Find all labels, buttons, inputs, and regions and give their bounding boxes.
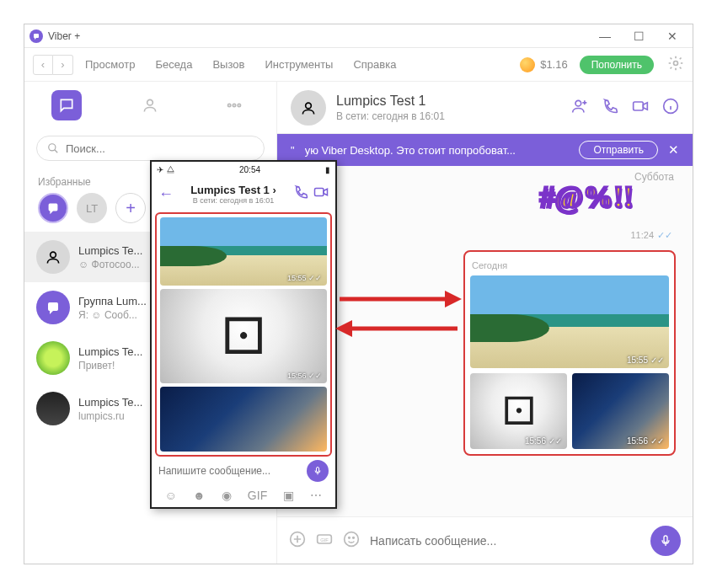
- phone-header-info: Lumpics Test 1 › В сети: сегодня в 16:01: [179, 184, 288, 205]
- maximize-button[interactable]: ☐: [630, 29, 647, 43]
- message-area[interactable]: Суббота #@%!! 11:24✓✓ Сегодня 15:55✓✓ 15…: [277, 166, 693, 516]
- menubar: ‹ › Просмотр Беседа Вызов Инструменты Сп…: [24, 48, 693, 82]
- message-input[interactable]: [370, 534, 640, 548]
- video-icon[interactable]: [632, 98, 649, 118]
- gallery-day-label: Сегодня: [472, 260, 667, 270]
- phone-image-beach[interactable]: 15:55 ✓✓: [160, 217, 327, 286]
- phone-emoji-icon[interactable]: ☻: [193, 489, 206, 502]
- phone-video-icon[interactable]: [313, 184, 329, 203]
- svg-point-1: [147, 99, 153, 105]
- gallery-image-beach[interactable]: 15:55✓✓: [470, 275, 669, 368]
- avatar: [36, 291, 70, 324]
- promo-close-button[interactable]: ✕: [668, 142, 679, 158]
- nav-back-button[interactable]: ‹: [33, 55, 53, 75]
- battery-icon: ▮: [325, 165, 330, 174]
- phone-mic-button[interactable]: [307, 460, 329, 482]
- chat-header: Lumpics Test 1 В сети: сегодня в 16:01: [277, 82, 693, 134]
- phone-statusbar: ✈⧋ 20:54 ▮: [152, 162, 335, 177]
- svg-text:GIF: GIF: [320, 537, 329, 542]
- viber-logo-icon: [29, 29, 43, 43]
- avatar: [36, 240, 70, 274]
- call-icon[interactable]: [602, 98, 618, 118]
- phone-image-tech[interactable]: [160, 387, 327, 452]
- gallery-image-dice[interactable]: 15:56✓✓: [470, 373, 567, 449]
- search-box[interactable]: [36, 136, 265, 161]
- phone-header: ← Lumpics Test 1 › В сети: сегодня в 16:…: [152, 177, 335, 211]
- tab-contacts[interactable]: [135, 90, 165, 120]
- image-time: 15:55 ✓✓: [287, 274, 322, 282]
- info-icon[interactable]: [662, 98, 679, 118]
- day-label: Суббота: [634, 171, 674, 183]
- svg-rect-19: [317, 468, 319, 473]
- avatar: [36, 392, 70, 425]
- menu-tools[interactable]: Инструменты: [256, 55, 341, 74]
- balance-amount: $1.16: [540, 58, 568, 71]
- phone-gif-icon[interactable]: GIF: [248, 489, 267, 502]
- coin-icon: [520, 57, 535, 72]
- svg-rect-18: [315, 189, 324, 196]
- favorite-lt[interactable]: LT: [77, 193, 107, 223]
- phone-back-button[interactable]: ←: [158, 185, 174, 203]
- chevron-icon: ›: [272, 184, 276, 196]
- image-gallery: Сегодня 15:55✓✓ 15:56✓✓ 15:56✓✓: [463, 250, 676, 456]
- image-time: 15:56✓✓: [525, 436, 562, 446]
- topup-button[interactable]: Пополнить: [580, 56, 654, 74]
- phone-image-dice[interactable]: 15:56 ✓✓: [160, 289, 327, 382]
- read-ticks-icon: ✓✓: [650, 355, 664, 365]
- svg-rect-9: [634, 102, 644, 110]
- minimize-button[interactable]: —: [597, 29, 613, 43]
- tab-more[interactable]: [219, 90, 249, 120]
- promo-send-button[interactable]: Отправить: [579, 141, 658, 159]
- sticker: #@%!!: [540, 179, 634, 215]
- chat-actions: [571, 98, 679, 118]
- image-time: 15:55✓✓: [627, 355, 664, 365]
- menu-view[interactable]: Просмотр: [77, 55, 143, 74]
- favorite-viber[interactable]: [38, 193, 68, 223]
- svg-point-6: [51, 252, 56, 258]
- chat-avatar[interactable]: [291, 90, 326, 126]
- phone-chat-name: Lumpics Test 1 ›: [179, 184, 288, 196]
- emoji-icon[interactable]: [343, 531, 360, 551]
- read-ticks-icon: ✓✓: [657, 230, 672, 240]
- menu-call[interactable]: Вызов: [204, 55, 253, 74]
- phone-clock: 20:54: [239, 165, 260, 174]
- nav-forward-button[interactable]: ›: [53, 55, 73, 75]
- window-title: Viber +: [48, 30, 80, 42]
- phone-chat-status: В сети: сегодня в 16:01: [179, 196, 288, 205]
- read-ticks-icon: ✓✓: [308, 372, 322, 380]
- titlebar: Viber + — ☐ ✕: [24, 24, 693, 48]
- tab-chats[interactable]: [51, 90, 82, 120]
- chat-status: В сети: сегодня в 16:01: [336, 110, 445, 122]
- phone-message-input[interactable]: [158, 465, 300, 477]
- favorite-add[interactable]: +: [115, 193, 146, 223]
- phone-composer: [152, 458, 335, 484]
- search-icon: [47, 142, 59, 154]
- phone-camera-icon[interactable]: ◉: [222, 489, 232, 502]
- add-contact-icon[interactable]: [571, 98, 588, 118]
- chat-title: Lumpics Test 1: [336, 94, 445, 109]
- svg-point-16: [353, 537, 355, 538]
- menu-chat[interactable]: Беседа: [147, 55, 201, 74]
- search-input[interactable]: [66, 142, 254, 155]
- phone-sticker-icon[interactable]: ☺: [165, 489, 177, 502]
- sticker-time: 11:24✓✓: [630, 230, 672, 241]
- svg-point-7: [306, 103, 312, 109]
- svg-point-5: [49, 144, 56, 151]
- phone-image-icon[interactable]: ▣: [283, 489, 294, 502]
- add-icon[interactable]: [289, 531, 306, 551]
- window-controls: — ☐ ✕: [597, 29, 688, 43]
- read-ticks-icon: ✓✓: [308, 274, 322, 282]
- settings-icon[interactable]: [667, 55, 684, 75]
- menu-help[interactable]: Справка: [345, 55, 404, 74]
- gallery-image-tech[interactable]: 15:56✓✓: [572, 373, 669, 449]
- close-button[interactable]: ✕: [664, 29, 681, 43]
- composer: GIF: [277, 516, 693, 564]
- phone-toolbar: ☺ ☻ ◉ GIF ▣ ⋯: [152, 484, 335, 507]
- phone-more-icon[interactable]: ⋯: [310, 489, 322, 502]
- svg-point-14: [345, 532, 359, 546]
- mic-button[interactable]: [650, 526, 681, 556]
- chat-header-info: Lumpics Test 1 В сети: сегодня в 16:01: [336, 94, 445, 122]
- promo-text: ую Viber Desktop. Это стоит попробоват..…: [305, 144, 570, 157]
- gif-icon[interactable]: GIF: [316, 531, 333, 551]
- phone-call-icon[interactable]: [293, 184, 308, 203]
